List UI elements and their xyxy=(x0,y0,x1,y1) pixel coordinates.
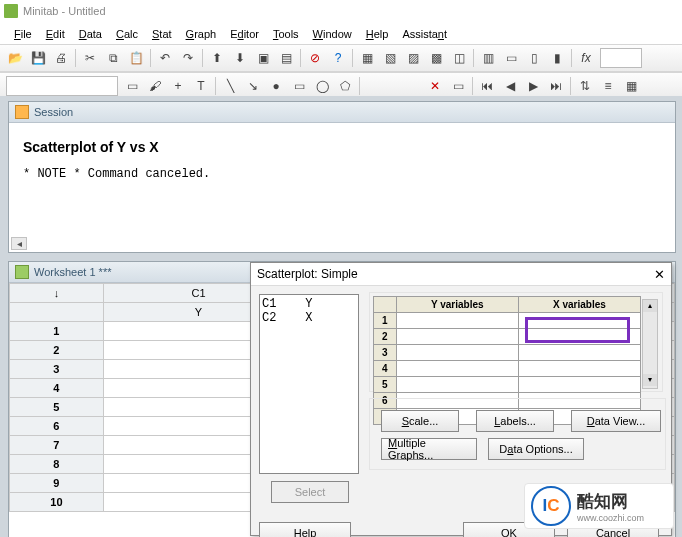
grid-header-x[interactable]: X variables xyxy=(518,297,640,313)
session-titlebar[interactable]: Session xyxy=(9,102,675,123)
reportpad-icon[interactable]: ▯ xyxy=(523,47,545,69)
grid-cell-x[interactable] xyxy=(518,377,640,393)
close-icon[interactable]: ✕ xyxy=(654,267,665,282)
grid-vscroll[interactable]: ▴▾ xyxy=(642,299,658,389)
graph-folder-icon[interactable]: ▮ xyxy=(546,47,568,69)
crosshair-icon[interactable]: + xyxy=(167,75,189,97)
tool-a-icon[interactable]: ▦ xyxy=(356,47,378,69)
grid-cell-y[interactable] xyxy=(396,361,518,377)
labels-button[interactable]: Labels... xyxy=(476,410,554,432)
grid-cell-x[interactable] xyxy=(518,345,640,361)
tool-b-icon[interactable]: ▧ xyxy=(379,47,401,69)
ellipse-tool-icon[interactable]: ◯ xyxy=(311,75,333,97)
menu-edit[interactable]: Edit xyxy=(40,26,71,42)
select-tool-icon[interactable]: ▭ xyxy=(121,75,143,97)
watermark-url: www.coozhi.com xyxy=(577,513,644,523)
tool-e-icon[interactable]: ◫ xyxy=(448,47,470,69)
help-icon[interactable]: ? xyxy=(327,47,349,69)
menu-graph[interactable]: Graph xyxy=(180,26,223,42)
menu-calc[interactable]: Calc xyxy=(110,26,144,42)
grid-cell-x[interactable] xyxy=(518,361,640,377)
cut-icon[interactable]: ✂ xyxy=(79,47,101,69)
menu-window[interactable]: Window xyxy=(307,26,358,42)
multiple-graphs-button[interactable]: Multiple Graphs... xyxy=(381,438,477,460)
variable-list[interactable]: C1 Y C2 X xyxy=(259,294,359,474)
dialog-titlebar[interactable]: Scatterplot: Simple ✕ xyxy=(251,263,671,286)
grid-row-header[interactable]: 5 xyxy=(374,377,397,393)
arrow-tool-icon[interactable]: ↘ xyxy=(242,75,264,97)
tool-c-icon[interactable]: ▨ xyxy=(402,47,424,69)
rect-tool-icon[interactable]: ▭ xyxy=(288,75,310,97)
menu-help[interactable]: Help xyxy=(360,26,395,42)
report-icon[interactable]: ▭ xyxy=(500,47,522,69)
grid-icon[interactable]: ▦ xyxy=(620,75,642,97)
show-worksheet-icon[interactable]: ▤ xyxy=(275,47,297,69)
cancel-command-icon[interactable]: ⊘ xyxy=(304,47,326,69)
show-session-icon[interactable]: ▣ xyxy=(252,47,274,69)
undo-icon[interactable]: ↶ xyxy=(154,47,176,69)
row-header[interactable]: 1 xyxy=(10,322,104,341)
grid-cell-y[interactable] xyxy=(396,329,518,345)
corner-cell[interactable]: ↓ xyxy=(10,284,104,303)
sort-icon[interactable]: ⇅ xyxy=(574,75,596,97)
worksheet-title: Worksheet 1 *** xyxy=(34,266,111,278)
grid-row-header[interactable]: 2 xyxy=(374,329,397,345)
grid-cell-y[interactable] xyxy=(396,313,518,329)
grid-cell-x[interactable] xyxy=(518,313,640,329)
favorites-icon[interactable]: ▥ xyxy=(477,47,499,69)
menu-data[interactable]: Data xyxy=(73,26,108,42)
menu-editor[interactable]: Editor xyxy=(224,26,265,42)
brush-dropdown[interactable] xyxy=(6,76,118,96)
polygon-tool-icon[interactable]: ⬠ xyxy=(334,75,356,97)
nav-fwd-icon[interactable]: ⬇ xyxy=(229,47,251,69)
first-icon[interactable]: ⏮ xyxy=(476,75,498,97)
last-icon[interactable]: ⏭ xyxy=(545,75,567,97)
grid-cell-y[interactable] xyxy=(396,345,518,361)
grid-cell-x[interactable] xyxy=(518,329,640,345)
next-icon[interactable]: ▶ xyxy=(522,75,544,97)
row-header[interactable]: 2 xyxy=(10,341,104,360)
grid-row-header[interactable]: 4 xyxy=(374,361,397,377)
grid-header-y[interactable]: Y variables xyxy=(396,297,518,313)
filter-icon[interactable]: ≡ xyxy=(597,75,619,97)
line-tool-icon[interactable]: ╲ xyxy=(219,75,241,97)
marker-tool-icon[interactable]: ● xyxy=(265,75,287,97)
save-icon[interactable]: 💾 xyxy=(27,47,49,69)
print-icon[interactable]: 🖨 xyxy=(50,47,72,69)
zoom-icon[interactable]: ▭ xyxy=(447,75,469,97)
grid-row-header[interactable]: 3 xyxy=(374,345,397,361)
text-tool-icon[interactable]: T xyxy=(190,75,212,97)
scale-button[interactable]: Scale... xyxy=(381,410,459,432)
redo-icon[interactable]: ↷ xyxy=(177,47,199,69)
data-options-button[interactable]: Data Options... xyxy=(488,438,584,460)
brush-tool-icon[interactable]: 🖌 xyxy=(144,75,166,97)
data-view-button[interactable]: Data View... xyxy=(571,410,661,432)
help-button[interactable]: Help xyxy=(259,522,351,537)
copy-icon[interactable]: ⧉ xyxy=(102,47,124,69)
menu-file[interactable]: File xyxy=(8,26,38,42)
row-header[interactable]: 3 xyxy=(10,360,104,379)
delete-red-icon[interactable]: ✕ xyxy=(424,75,446,97)
menu-tools[interactable]: Tools xyxy=(267,26,305,42)
fx-input[interactable] xyxy=(600,48,642,68)
fx-icon[interactable]: fx xyxy=(575,47,597,69)
session-hscroll[interactable]: ◂ xyxy=(11,237,27,250)
nav-back-icon[interactable]: ⬆ xyxy=(206,47,228,69)
prev-icon[interactable]: ◀ xyxy=(499,75,521,97)
row-header[interactable]: 5 xyxy=(10,398,104,417)
open-icon[interactable]: 📂 xyxy=(4,47,26,69)
work-area: Session Scatterplot of Y vs X * NOTE * C… xyxy=(0,96,682,537)
row-header[interactable]: 7 xyxy=(10,436,104,455)
grid-cell-y[interactable] xyxy=(396,377,518,393)
menu-stat[interactable]: Stat xyxy=(146,26,178,42)
tool-d-icon[interactable]: ▩ xyxy=(425,47,447,69)
row-header[interactable]: 6 xyxy=(10,417,104,436)
row-header[interactable]: 4 xyxy=(10,379,104,398)
row-header[interactable]: 10 xyxy=(10,493,104,512)
paste-icon[interactable]: 📋 xyxy=(125,47,147,69)
menu-bar: File Edit Data Calc Stat Graph Editor To… xyxy=(0,22,682,44)
row-header[interactable]: 9 xyxy=(10,474,104,493)
grid-row-header[interactable]: 1 xyxy=(374,313,397,329)
row-header[interactable]: 8 xyxy=(10,455,104,474)
menu-assistant[interactable]: Assistant xyxy=(396,26,453,42)
